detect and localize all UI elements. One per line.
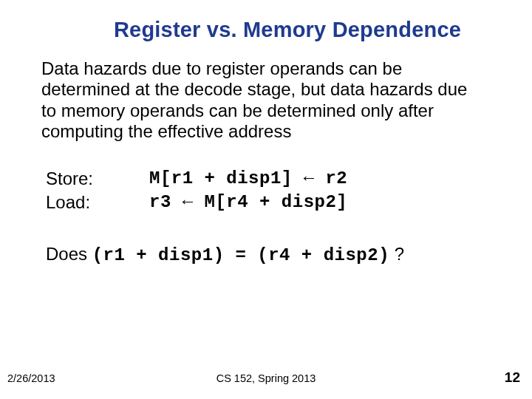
footer-course: CS 152, Spring 2013 (0, 372, 532, 384)
question-expression: (r1 + disp1) = (r4 + disp2) (92, 245, 389, 265)
slide: Register vs. Memory Dependence Data haza… (0, 0, 532, 399)
question-suffix: ? (389, 244, 404, 264)
slide-title: Register vs. Memory Dependence (78, 18, 497, 42)
question-prefix: Does (46, 244, 92, 264)
load-code: r3 ← M[r4 + disp2] (149, 192, 497, 213)
page-number: 12 (505, 369, 520, 386)
store-code: M[r1 + disp1] ← r2 (149, 168, 497, 189)
store-label: Store: (46, 168, 149, 189)
question-line: Does (r1 + disp1) = (r4 + disp2) ? (46, 244, 497, 265)
code-example: Store: M[r1 + disp1] ← r2 Load: r3 ← M[r… (46, 168, 497, 213)
load-label: Load: (46, 192, 149, 213)
body-paragraph: Data hazards due to register operands ca… (41, 58, 485, 142)
